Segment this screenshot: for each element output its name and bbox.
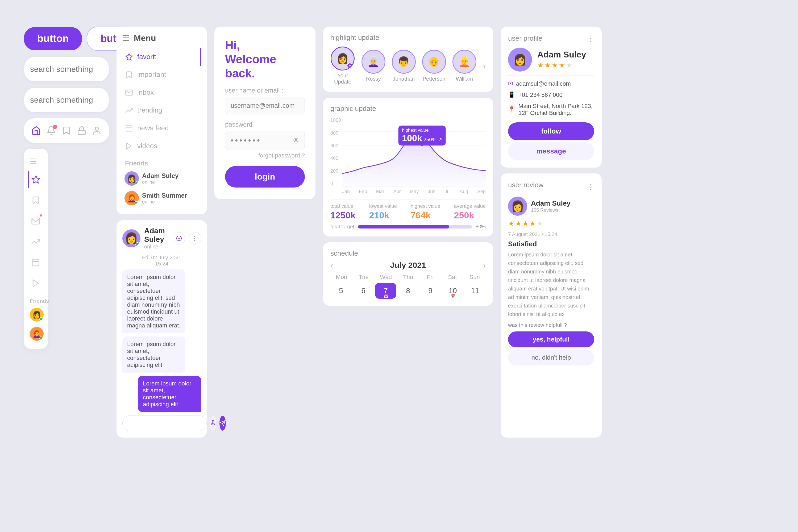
chat-message-3: Lorem ipsum dolor sit amet, consectetuer…	[138, 376, 201, 412]
follow-button[interactable]: follow	[508, 122, 594, 140]
tooltip-label: highest value	[402, 128, 442, 133]
svg-point-5	[95, 127, 98, 130]
toggle-password-icon[interactable]: 👁	[292, 136, 300, 145]
menu-friend-1[interactable]: 👩 Adam Suley online	[122, 169, 201, 188]
menu-item-important[interactable]: important	[122, 66, 201, 83]
review-more-button[interactable]: ⋮	[587, 183, 594, 191]
story-petterson[interactable]: 👴 Petterson	[422, 50, 446, 82]
review-star-3: ★	[522, 220, 529, 228]
friend-mini-1[interactable]: 👩	[28, 305, 44, 324]
sidebar-item-bookmark[interactable]	[28, 191, 44, 209]
add-chat-button[interactable]	[173, 232, 185, 244]
cal-next-button[interactable]: ›	[483, 260, 486, 270]
plus-icon	[176, 235, 182, 241]
chat-user-name: Adam Suley	[144, 227, 169, 244]
filled-button[interactable]: button	[24, 27, 82, 50]
calendar-header: ‹ July 2021 ›	[330, 260, 486, 270]
sidebar-mini: ☰ Frien	[24, 149, 48, 349]
friend-mini-2[interactable]: 👩‍🦰	[28, 324, 44, 343]
svg-marker-13	[127, 143, 131, 149]
sidebar-item-favorit[interactable]	[28, 171, 44, 188]
target-label: total target	[330, 224, 354, 230]
chart-area: highest value 100k 250% ↗ 1000 800 600 4…	[330, 118, 486, 187]
svg-rect-4	[78, 130, 85, 135]
menu-label-favorit: favorit	[137, 53, 156, 61]
menu-item-favorit[interactable]: favorit	[122, 48, 201, 66]
menu-sidebar: ☰ Menu favorit important inbox trending	[116, 26, 207, 214]
story-rossy[interactable]: 👩‍🦳 Rossy	[361, 50, 385, 82]
star-icon	[32, 175, 40, 184]
nav-lock[interactable]	[75, 124, 89, 137]
menu-item-videos[interactable]: videos	[122, 137, 201, 155]
message-button[interactable]: message	[508, 142, 594, 160]
sidebar-item-trending[interactable]	[28, 233, 44, 251]
cal-day-10[interactable]: 10 📅	[442, 283, 463, 299]
profile-header: user profile ⋮	[508, 34, 594, 43]
bookmark-icon-m	[125, 71, 133, 79]
chat-text-input[interactable]	[122, 415, 207, 431]
home-icon	[32, 126, 41, 135]
more-chat-button[interactable]: ⋮	[189, 232, 201, 244]
y-label-1: 0	[330, 181, 341, 187]
chat-user-avatar: 👩	[122, 229, 140, 247]
schedule-card: schedule ‹ July 2021 › Mon Tue Wed Thu F…	[323, 242, 493, 306]
menu-item-inbox[interactable]: inbox	[122, 83, 201, 101]
helpful-yes-button[interactable]: yes, helpfull	[508, 331, 594, 347]
cal-prev-button[interactable]: ‹	[330, 260, 333, 270]
sidebar-item-mail[interactable]	[28, 212, 44, 230]
login-button[interactable]: login	[225, 166, 305, 188]
menu-label-important: important	[137, 71, 166, 79]
star-5: ★	[566, 61, 572, 70]
review-stars: ★ ★ ★ ★ ★	[508, 220, 594, 228]
online-indicator	[135, 242, 140, 247]
petterson-label: Petterson	[423, 76, 445, 82]
cal-day-11[interactable]: 11	[464, 283, 486, 299]
stories-next-button[interactable]: ›	[483, 61, 486, 71]
cal-day-5[interactable]: 5	[330, 283, 352, 299]
cal-day-9[interactable]: 9	[420, 283, 441, 299]
forgot-password-link[interactable]: forgot password ?	[225, 152, 305, 159]
calendar-month: July 2021	[390, 261, 426, 270]
menu-item-trending[interactable]: trending	[122, 101, 201, 119]
search-input-2[interactable]	[30, 95, 131, 104]
chart-y-labels: 1000 800 600 400 200 0	[330, 118, 341, 187]
svg-marker-10	[126, 54, 132, 60]
menu-item-newsfeed[interactable]: news feed	[122, 119, 201, 137]
nav-user[interactable]	[90, 124, 104, 137]
phone-icon: 📱	[508, 92, 515, 98]
menu-title: Menu	[134, 33, 156, 43]
cal-day-8[interactable]: 8	[397, 283, 419, 299]
cal-day-7[interactable]: 7 📅	[375, 283, 396, 299]
calendar-days: 5 6 7 📅 8 9 10 📅 11	[330, 283, 486, 299]
hamburger-menu[interactable]: ☰	[122, 33, 130, 43]
nav-bookmark[interactable]	[60, 124, 73, 137]
svg-rect-11	[126, 125, 132, 131]
helpful-no-button[interactable]: no, didn't help	[508, 349, 594, 365]
story-jonathan[interactable]: 👦 Jonathan	[392, 50, 416, 82]
user-profile-card: user profile ⋮ 👩 Adam Suley ★ ★ ★ ★ ★	[500, 26, 602, 168]
profile-more-button[interactable]: ⋮	[587, 34, 594, 43]
total-label: total value	[330, 203, 356, 209]
william-avatar: 👱	[453, 50, 476, 74]
nav-home[interactable]	[29, 124, 43, 137]
search-input-1[interactable]	[30, 65, 131, 74]
chat-message-2: Lorem ipsum dolor sit amet, consectetuer…	[122, 337, 185, 373]
menu-friend-2[interactable]: 👩‍🦰 Smith Summer online	[122, 188, 201, 208]
hamburger-mini[interactable]: ☰	[28, 154, 44, 169]
sidebar-item-play[interactable]	[28, 274, 44, 292]
story-william[interactable]: 👱 William	[453, 50, 476, 82]
newsfeed-icon-m	[125, 124, 133, 132]
profile-avatar: 👩	[508, 48, 532, 72]
nav-notification[interactable]	[44, 124, 58, 137]
day-header-sat: Sat	[441, 274, 463, 281]
sidebar-item-page[interactable]	[28, 254, 44, 271]
cal-day-6[interactable]: 6	[353, 283, 374, 299]
email-label: user name or email :	[225, 87, 305, 94]
story-your-update[interactable]: 👩 + Your Update	[330, 46, 355, 85]
menu-label-trending: trending	[137, 106, 162, 114]
profile-stars: ★ ★ ★ ★ ★	[537, 61, 586, 70]
login-welcome: Welcome back.	[225, 52, 305, 81]
email-input[interactable]	[225, 97, 305, 114]
progress-fill	[358, 225, 449, 228]
x-jan: Jan	[342, 189, 350, 194]
